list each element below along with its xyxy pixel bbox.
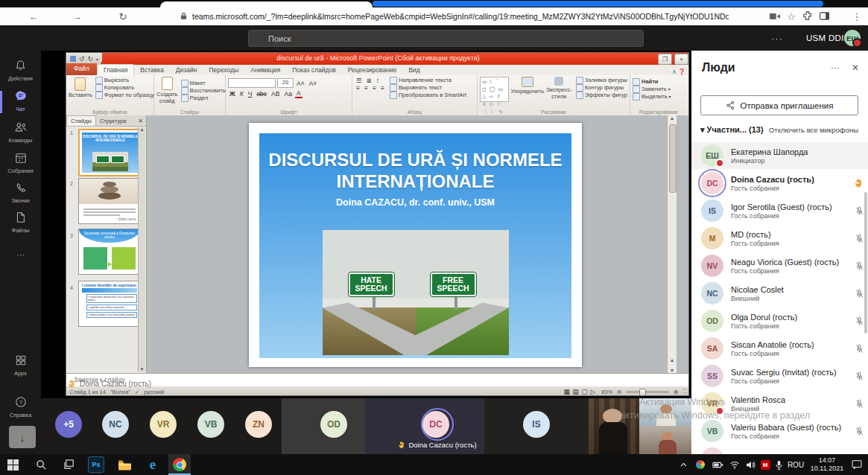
chrome-icon[interactable] xyxy=(168,454,191,475)
change-case-button[interactable]: Аа xyxy=(282,90,294,98)
shape-effects-button[interactable]: Эффекты фигур xyxy=(576,92,627,99)
replace-button[interactable]: Заменить ▾ xyxy=(633,86,685,93)
qat-dropdown-icon[interactable]: ▾ xyxy=(96,57,98,62)
participant-row[interactable]: VR Valentin RoscaВнешний xyxy=(691,390,868,417)
download-desktop-app-button[interactable]: ↓ xyxy=(9,426,36,448)
sorter-view-icon[interactable]: ▤ xyxy=(571,388,580,395)
numbering-button[interactable]: ≣ xyxy=(365,77,373,84)
tab-insert[interactable]: Вставка xyxy=(134,65,170,75)
sidebar-item-help[interactable]: ? Справка xyxy=(0,396,41,418)
mic-muted-icon[interactable] xyxy=(850,344,868,354)
participants-count[interactable]: ▾ Участни... (13) xyxy=(700,125,764,135)
participant-row[interactable]: SA Siscan Anatolie (гость)Гость собрания xyxy=(691,335,868,362)
tab-group-highlight[interactable] xyxy=(373,1,823,7)
video-feed-1[interactable] xyxy=(589,398,639,454)
ribbon-help-icon[interactable]: ∧ ❓ xyxy=(672,68,685,75)
participant-row[interactable]: ЕШ Екатерина ШапордаИнициатор xyxy=(691,142,868,169)
extensions-icon[interactable] xyxy=(799,11,816,22)
layout-button[interactable]: Макет xyxy=(181,80,226,87)
thumbnails-scrollbar[interactable]: ▲▼ xyxy=(138,127,145,372)
tab-outline[interactable]: Структура xyxy=(96,116,130,126)
tray-wifi-icon[interactable] xyxy=(727,454,742,475)
cut-button[interactable]: Вырезать xyxy=(95,77,154,84)
fit-to-window-icon[interactable]: ⛶ xyxy=(683,388,687,395)
align-text-button[interactable]: Выровнять текст xyxy=(390,84,466,92)
shapes-gallery[interactable]: ▭ \ ⌒ ◻ ◯ ▭△ ⇨ ⇧ ⇩ ◇ ☆〔 〕 ∿ ✦ ➔ xyxy=(480,77,509,102)
stage-avatar-od[interactable]: OD xyxy=(320,411,347,438)
sidebar-more[interactable]: ··· xyxy=(0,250,41,259)
slide-thumbnail-2[interactable]: – Dalai Lama xyxy=(78,178,141,224)
start-button[interactable] xyxy=(1,454,24,475)
stage-avatar-dc[interactable]: DC xyxy=(422,411,449,438)
edge-icon[interactable]: e xyxy=(142,454,164,475)
justify-button[interactable]: ≡ xyxy=(379,84,386,92)
align-left-button[interactable]: ≡ xyxy=(355,84,361,92)
tab-home[interactable]: Главная xyxy=(97,64,134,75)
notes-pane[interactable]: Заметки к слайду xyxy=(66,373,689,386)
overflow-avatar[interactable]: +5 xyxy=(55,411,82,438)
spellcheck-icon[interactable]: ✓ xyxy=(135,389,139,395)
bold-button[interactable]: Ж xyxy=(228,90,237,98)
copy-button[interactable]: Копировать xyxy=(95,84,154,92)
slide-thumbnail-1[interactable]: DISCURSUL DE URĂ ȘI NORMELE INTERNAȚIONA… xyxy=(78,129,142,176)
close-window-button[interactable]: × xyxy=(674,54,688,65)
shrink-font-icon[interactable]: A˅ xyxy=(308,80,319,87)
font-size-select[interactable]: 20 xyxy=(277,78,294,88)
italic-button[interactable]: К xyxy=(238,90,245,98)
tab-review[interactable]: Рецензирование xyxy=(342,65,403,75)
line-spacing-button[interactable]: ↕ xyxy=(375,77,381,84)
slide-scrollbar[interactable]: ▲ ▲ ▼ xyxy=(667,115,677,373)
convert-smartart-button[interactable]: Преобразовать в SmartArt xyxy=(390,92,466,99)
participant-row[interactable]: DC Doina Cazacu (гость)Гость собрания xyxy=(691,170,868,197)
arrange-button[interactable]: Упорядочить xyxy=(513,77,542,95)
mic-muted-icon[interactable] xyxy=(850,399,868,409)
sidebar-item-activity[interactable]: Действия xyxy=(0,60,41,82)
tab-slideshow[interactable]: Показ слайдов xyxy=(286,65,342,75)
tab-slides[interactable]: Слайды xyxy=(66,115,96,126)
ppt-title-bar[interactable]: discursul de ură - Microsoft PowerPoint … xyxy=(66,53,689,65)
reload-button[interactable]: ↻ xyxy=(115,11,131,22)
view-buttons[interactable]: ▦ ▤ ▢ ▷ xyxy=(563,388,598,395)
char-spacing-button[interactable]: АВ xyxy=(270,90,281,98)
slide-thumbnail-3[interactable]: Declarația universală a Drepturilor omul… xyxy=(78,229,141,275)
find-button[interactable]: Найти xyxy=(633,78,685,86)
tray-color-icon[interactable] xyxy=(693,454,708,475)
participant-row[interactable]: VB Valeriu Babara (Guest) (гость)Гость с… xyxy=(691,418,868,444)
close-panel-icon[interactable]: ✕ xyxy=(135,118,146,124)
people-scrollbar[interactable] xyxy=(864,192,867,334)
sidebar-item-teams[interactable]: Команды xyxy=(0,121,41,144)
grow-font-icon[interactable]: A˄ xyxy=(295,80,306,87)
tab-file[interactable]: Файл xyxy=(66,63,97,75)
video-feed-2[interactable] xyxy=(639,398,694,426)
teams-more-icon[interactable]: ··· xyxy=(771,33,783,44)
people-close-icon[interactable]: ✕ xyxy=(852,63,859,73)
mic-muted-icon[interactable] xyxy=(850,372,868,381)
org-label[interactable]: USM DDIE xyxy=(806,34,850,42)
clock[interactable]: 14:0710.11.2021 xyxy=(809,454,845,475)
paste-button[interactable]: Вставить xyxy=(69,77,92,98)
participant-row[interactable]: OD Olga Dorul (гость)Гость собрания xyxy=(691,307,868,334)
participant-row[interactable]: NC Nicolae CosletВнешний xyxy=(691,280,868,307)
slideshow-view-icon[interactable]: ▷ xyxy=(589,388,598,395)
shape-fill-button[interactable]: Заливка фигуры xyxy=(576,77,627,84)
section-button[interactable]: Раздел xyxy=(181,95,226,102)
sidebar-item-calls[interactable]: Звонки xyxy=(0,182,41,204)
tray-volume-icon[interactable] xyxy=(743,454,758,475)
sidebar-item-files[interactable]: Файлы xyxy=(0,211,41,234)
align-right-button[interactable]: ≡ xyxy=(371,84,378,92)
stage-avatar-vr[interactable]: VR xyxy=(150,411,177,438)
active-tab[interactable] xyxy=(160,1,373,7)
participant-row[interactable]: VM Vodă Mihail (гость) xyxy=(691,445,868,454)
action-center-icon[interactable] xyxy=(848,454,866,475)
font-color-button[interactable]: А xyxy=(295,89,302,98)
participant-row[interactable]: IS Igor Serotila (Guest) (гость)Гость со… xyxy=(691,197,868,224)
video-feed-3[interactable] xyxy=(639,426,694,454)
sidebar-item-chat[interactable]: Чат xyxy=(0,89,41,112)
file-explorer-icon[interactable] xyxy=(113,454,136,475)
strikethrough-button[interactable]: abc xyxy=(255,90,268,98)
people-more-icon[interactable]: ··· xyxy=(831,63,840,73)
stage-avatar-zn[interactable]: ZN xyxy=(245,411,272,438)
save-icon[interactable] xyxy=(70,56,76,62)
tray-battery-icon[interactable] xyxy=(709,454,726,475)
tab-view[interactable]: Вид xyxy=(402,65,425,75)
